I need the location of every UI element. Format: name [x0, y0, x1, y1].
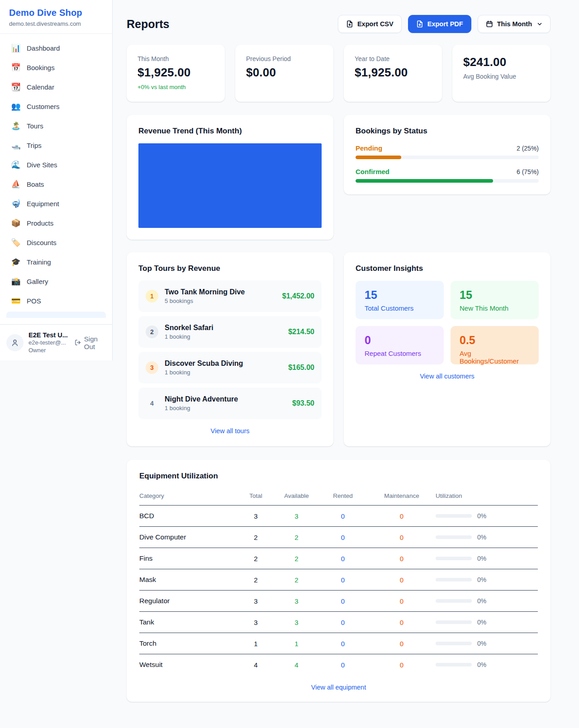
utilization-bar: [436, 535, 472, 539]
cell-total: 2: [237, 548, 275, 569]
sidebar-item-label: Dive Sites: [27, 161, 57, 169]
tour-name: Two Tank Morning Dive: [165, 288, 276, 296]
shop-domain: demo.test.divestreams.com: [9, 20, 103, 27]
stat-card-year-to-date: Year to Date $1,925.00: [344, 45, 442, 102]
sidebar-item-gallery[interactable]: 📸 Gallery: [6, 273, 106, 290]
insight-label: Total Customers: [365, 304, 435, 312]
sidebar-item-trips[interactable]: 🛥️ Trips: [6, 137, 106, 154]
sidebar-item-tours[interactable]: 🏝️ Tours: [6, 117, 106, 134]
utilization-bar: [436, 642, 472, 645]
view-all-tours-link[interactable]: View all tours: [138, 427, 322, 435]
cell-available: 4: [275, 654, 318, 676]
sidebar-item-customers[interactable]: 👥 Customers: [6, 98, 106, 115]
table-row: Mask 2 2 0 0 0%: [139, 569, 538, 591]
utilization-percent: 0%: [477, 597, 486, 605]
status-bar-confirmed: [356, 179, 493, 183]
status-label-pending: Pending: [356, 144, 382, 152]
sidebar-item-label: Gallery: [27, 278, 48, 285]
sidebar-item-calendar[interactable]: 📆 Calendar: [6, 78, 106, 95]
insight-value: 0.5: [460, 334, 530, 347]
cell-available: 2: [275, 548, 318, 569]
tour-bookings: 1 booking: [165, 369, 282, 376]
stat-delta: +0% vs last month: [138, 84, 214, 90]
cell-total: 1: [237, 633, 275, 654]
export-pdf-label: Export PDF: [427, 20, 463, 28]
export-pdf-button[interactable]: Export PDF: [408, 15, 471, 33]
sign-out-button[interactable]: Sign Out: [75, 335, 106, 350]
sign-out-icon: [75, 339, 81, 346]
view-all-equipment-link[interactable]: View all equipment: [139, 684, 538, 691]
table-row: Torch 1 1 0 0 0%: [139, 633, 538, 654]
cell-total: 3: [237, 506, 275, 527]
sidebar-item-label: Tours: [27, 122, 43, 130]
tour-bookings: 1 booking: [165, 405, 286, 411]
period-dropdown[interactable]: This Month: [478, 15, 551, 33]
sidebar-item-discounts[interactable]: 🏷️ Discounts: [6, 234, 106, 251]
diving-mask-icon: 🤿: [11, 199, 21, 208]
equipment-utilization-card: Equipment Utilization Category Total Ava…: [127, 460, 551, 702]
cell-total: 2: [237, 569, 275, 591]
main-content: Reports Export CSV: [113, 0, 560, 702]
tour-name: Night Dive Adventure: [165, 395, 286, 403]
user-panel: E2E Test U... e2e-tester@... Owner Sign …: [0, 324, 112, 360]
cell-rented: 0: [318, 633, 368, 654]
customer-insights-title: Customer Insights: [356, 264, 539, 273]
cell-total: 3: [237, 591, 275, 612]
sidebar-item-equipment[interactable]: 🤿 Equipment: [6, 195, 106, 212]
status-bar-pending: [356, 156, 401, 159]
shop-name: Demo Dive Shop: [9, 8, 103, 18]
sidebar-item-products[interactable]: 📦 Products: [6, 214, 106, 232]
utilization-percent: 0%: [477, 661, 486, 668]
sailboat-icon: ⛵: [11, 180, 21, 189]
cell-total: 3: [237, 612, 275, 633]
status-value-confirmed: 6 (75%): [517, 168, 539, 175]
cell-rented: 0: [318, 569, 368, 591]
sidebar-item-dive-sites[interactable]: 🌊 Dive Sites: [6, 156, 106, 173]
user-name: E2E Test U...: [28, 331, 70, 339]
status-bar-track: [356, 179, 539, 183]
sidebar-item-label: Dashboard: [27, 44, 60, 52]
sidebar-item-label: Bookings: [27, 64, 55, 71]
sidebar-item-bookings[interactable]: 📅 Bookings: [6, 59, 106, 76]
cell-category: Tank: [139, 612, 237, 633]
insight-tile-new-this-month: 15 New This Month: [451, 281, 539, 319]
cell-available: 3: [275, 591, 318, 612]
cell-category: Fins: [139, 548, 237, 569]
view-all-customers-link[interactable]: View all customers: [356, 373, 539, 380]
stat-card-avg-booking-value: $241.00 Avg Booking Value: [452, 45, 551, 102]
utilization-bar: [436, 599, 472, 603]
top-tours-card: Top Tours by Revenue 1 Two Tank Morning …: [127, 252, 333, 446]
sidebar-item-label: Customers: [27, 103, 60, 110]
insight-tile-total-customers: 15 Total Customers: [356, 281, 444, 319]
column-header-utilization: Utilization: [436, 488, 538, 506]
avatar: [6, 334, 24, 351]
utilization-bar: [436, 663, 472, 667]
status-bar-track: [356, 156, 539, 159]
graduation-cap-icon: 🎓: [11, 257, 21, 267]
utilization-bar: [436, 514, 472, 518]
tag-icon: 🏷️: [11, 238, 21, 247]
export-csv-button[interactable]: Export CSV: [338, 15, 402, 33]
stat-value: $0.00: [246, 66, 323, 80]
sidebar-item-training[interactable]: 🎓 Training: [6, 253, 106, 270]
sidebar-item-boats[interactable]: ⛵ Boats: [6, 175, 106, 193]
status-label-confirmed: Confirmed: [356, 168, 389, 175]
cell-category: BCD: [139, 506, 237, 527]
stat-card-previous-period: Previous Period $0.00: [235, 45, 333, 102]
sidebar-item-pos[interactable]: 💳 POS: [6, 292, 106, 309]
sidebar-item-reports-active-partial[interactable]: [6, 312, 106, 318]
sidebar-item-dashboard[interactable]: 📊 Dashboard: [6, 39, 106, 57]
cell-maintenance: 0: [368, 654, 436, 676]
column-header-rented: Rented: [318, 488, 368, 506]
equipment-utilization-title: Equipment Utilization: [139, 472, 538, 481]
insight-tile-repeat-customers: 0 Repeat Customers: [356, 326, 444, 364]
rank-badge: 2: [146, 326, 158, 338]
sidebar: Demo Dive Shop demo.test.divestreams.com…: [0, 0, 113, 360]
cell-maintenance: 0: [368, 527, 436, 548]
bookings-by-status-card: Bookings by Status Pending 2 (25%) Confi…: [344, 115, 551, 194]
insight-value: 15: [365, 288, 435, 302]
cell-available: 2: [275, 569, 318, 591]
cell-total: 4: [237, 654, 275, 676]
tour-row: 3 Discover Scuba Diving 1 booking $165.0…: [138, 352, 322, 383]
calendar-icon: 📆: [11, 82, 21, 92]
